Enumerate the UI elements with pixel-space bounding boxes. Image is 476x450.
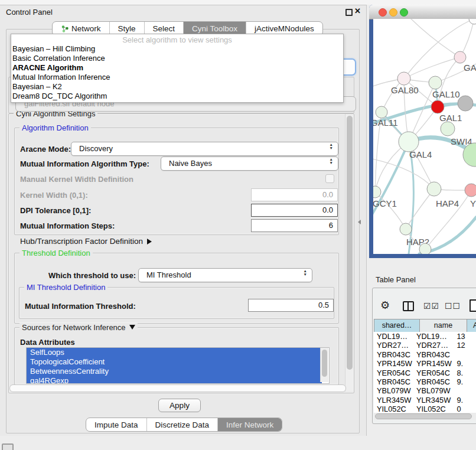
table-cell: 9. — [454, 359, 476, 368]
network-node-y[interactable] — [465, 184, 476, 197]
network-node-label: GAL — [464, 63, 476, 73]
dpi-tolerance-field[interactable]: 0.0 — [251, 204, 338, 217]
network-node-gal4[interactable] — [399, 132, 419, 152]
network-node-hap4[interactable] — [427, 182, 441, 196]
select-all-checkboxes-icon[interactable]: ☑☑ — [423, 301, 439, 311]
settings-horizontal-scrollbar[interactable] — [9, 384, 346, 392]
apply-button[interactable]: Apply — [158, 399, 201, 412]
table-scrollbar-thumb[interactable] — [375, 413, 472, 419]
mi-threshold-field[interactable]: 0.5 — [248, 299, 334, 312]
network-node-gal10[interactable] — [429, 76, 442, 89]
columns-icon[interactable] — [403, 301, 414, 311]
table-cell — [454, 386, 476, 395]
tab-label: Network — [71, 24, 101, 33]
table-cell: YER054C — [374, 369, 413, 377]
algorithm-option-aracne-algorithm[interactable]: ARACNE Algorithm — [11, 63, 343, 73]
stepper-icon: ▲ ▼ — [304, 269, 307, 276]
table-row[interactable]: YIL052CYIL052C0 — [374, 405, 476, 413]
network-canvas-svg: GALGAL80GAL10GAL1GAL11SWI4GAL4GCY1HAP4YH… — [373, 19, 476, 254]
table-cell: 0 — [454, 405, 476, 413]
hub-transcription-expander[interactable]: Hub/Transcription Factor Definition — [20, 237, 152, 246]
network-node-gal11[interactable] — [376, 106, 387, 118]
zoom-traffic-light[interactable] — [400, 8, 408, 17]
table-column-header-shared[interactable]: shared… — [374, 319, 420, 332]
table-header-row: shared…nameA — [374, 319, 476, 332]
attributes-scrollbar[interactable] — [320, 348, 328, 382]
network-canvas[interactable]: GALGAL80GAL10GAL1GAL11SWI4GAL4GCY1HAP4YH… — [373, 19, 476, 254]
window-grip[interactable] — [2, 444, 14, 450]
close-icon[interactable]: ✕ — [354, 6, 361, 15]
tab-impute-data[interactable]: Impute Data — [86, 418, 147, 431]
mi-algorithm-type-label: Mutual Information Algorithm Type: — [20, 159, 149, 168]
data-attributes-label: Data Attributes — [20, 338, 75, 347]
control-panel-title: Control Panel — [6, 8, 53, 17]
network-node-gal80[interactable] — [397, 72, 410, 85]
tab-label: Discretize Data — [155, 420, 210, 429]
network-node-hap2[interactable] — [400, 223, 412, 235]
table-row[interactable]: YLR345WYLR345W9. — [374, 396, 476, 405]
tab-infer-network[interactable]: Infer Network — [218, 418, 282, 431]
table-cell: YIL052C — [413, 405, 454, 413]
tab-discretize-data[interactable]: Discretize Data — [147, 418, 219, 431]
inference-algorithm-combobox-fragment[interactable] — [343, 58, 356, 76]
attribute-item-selfloops[interactable]: SelfLoops — [27, 348, 322, 357]
table-row[interactable]: YPR145WYPR145W9. — [374, 359, 476, 368]
minimize-traffic-light[interactable] — [389, 8, 397, 17]
algorithm-option-basic-correlation-inference[interactable]: Basic Correlation Inference — [11, 54, 343, 63]
network-node-swi4[interactable] — [441, 122, 455, 136]
screen: { "control_panel": { "title": "Control P… — [0, 0, 476, 450]
algorithm-dropdown-placeholder: Select algorithm to view settings — [11, 35, 343, 44]
manual-kernel-width-checkbox[interactable] — [325, 174, 334, 183]
algorithm-option-list: Bayesian – Hill ClimbingBasic Correlatio… — [11, 44, 343, 101]
attribute-item-gal4rgexp[interactable]: gal4RGexp — [27, 376, 322, 384]
algorithm-option-dream8-dc-tdc-algorithm[interactable]: Dream8 DC_TDC Algorithm — [11, 92, 343, 101]
panel-resize-handle[interactable] — [358, 220, 361, 224]
algorithm-option-mutual-information-inference[interactable]: Mutual Information Inference — [11, 73, 343, 82]
document-icon[interactable] — [470, 299, 476, 312]
kernel-width-label: Kernel Width (0,1): — [20, 191, 88, 200]
collapse-down-icon[interactable] — [129, 325, 135, 330]
settings-vertical-scrollbar[interactable] — [345, 114, 353, 392]
network-node-gal[interactable] — [454, 51, 466, 63]
algorithm-option-bayesian-hill-climbing[interactable]: Bayesian – Hill Climbing — [11, 44, 343, 54]
tab-label: Infer Network — [226, 420, 273, 429]
attribute-item-betweennesscentrality[interactable]: BetweennessCentrality — [27, 367, 322, 376]
table-row[interactable]: YER054CYER054C8. — [374, 369, 476, 377]
table-column-header-name[interactable]: name — [420, 319, 467, 332]
table-row[interactable]: YBR045CYBR045C9. — [374, 377, 476, 386]
mi-algorithm-type-value: Naive Bayes — [169, 159, 212, 168]
mi-steps-field[interactable]: 6 — [251, 219, 338, 232]
attributes-scrollbar-thumb[interactable] — [322, 350, 327, 377]
tab-label: jActiveMNodules — [255, 24, 314, 33]
network-node[interactable] — [419, 243, 431, 254]
which-threshold-combobox[interactable]: MI Threshold ▲ ▼ — [138, 268, 312, 282]
deselect-all-checkboxes-icon[interactable]: ☐☐ — [445, 301, 461, 311]
table-horizontal-scrollbar[interactable] — [374, 413, 476, 420]
aracne-mode-combobox[interactable]: Discovery ▲ ▼ — [71, 142, 338, 156]
table-row[interactable]: YDR27…YDR27…12 — [374, 341, 476, 350]
network-node[interactable] — [458, 96, 473, 111]
table-row[interactable]: YBL079WYBL079W — [374, 386, 476, 395]
network-node[interactable] — [469, 19, 476, 24]
kernel-width-field[interactable]: 0.0 — [251, 188, 338, 201]
mi-algorithm-type-combobox[interactable]: Naive Bayes ▲ ▼ — [161, 156, 338, 171]
float-window-icon[interactable] — [345, 9, 353, 16]
network-node-label: GAL11 — [373, 118, 398, 128]
mi-threshold-label: Mutual Information Threshold: — [25, 302, 136, 311]
table-cell: YPR145W — [413, 359, 454, 368]
tab-label: Select — [153, 24, 175, 33]
table-cell: YBR045C — [413, 377, 454, 386]
network-node-gal1[interactable] — [431, 100, 444, 113]
settings-scrollbar-thumb[interactable] — [347, 116, 353, 370]
gear-icon[interactable]: ⚙ — [380, 299, 390, 312]
table-cell: YDL19… — [413, 332, 454, 341]
table-cell: YBL079W — [413, 386, 454, 395]
table-row[interactable]: YBR043CYBR043C — [374, 350, 476, 359]
attribute-item-topologicalcoefficient[interactable]: TopologicalCoefficient — [27, 357, 322, 367]
table-row[interactable]: YDL19…YDL19…13 — [374, 332, 476, 341]
close-traffic-light[interactable] — [379, 8, 387, 17]
table-cell: YDL19… — [374, 332, 413, 341]
data-attributes-list[interactable]: SelfLoopsTopologicalCoefficientBetweenne… — [26, 347, 330, 384]
table-column-header-a[interactable]: A — [467, 319, 476, 332]
algorithm-option-bayesian-k2[interactable]: Bayesian – K2 — [11, 82, 343, 92]
